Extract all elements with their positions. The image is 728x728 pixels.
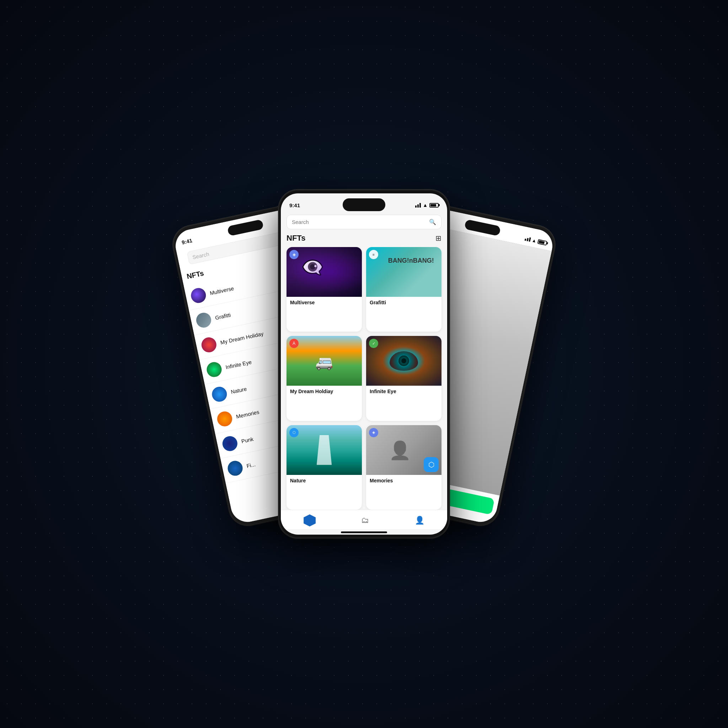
- svg-rect-10: [473, 341, 506, 352]
- nft-card-nature[interactable]: ⬡ Nature: [286, 425, 362, 510]
- badge-eth-multiverse: ◈: [289, 250, 298, 259]
- home-indicator: [341, 531, 387, 533]
- nft-card-memories[interactable]: ◈ ⬡ Memories: [366, 425, 442, 510]
- nft-image-dream: A: [286, 336, 362, 386]
- nft-image-grafitti: ≡: [366, 247, 442, 297]
- nft-name-nature: Nature: [230, 385, 248, 395]
- nft-name-eye: Infinite Eye: [225, 359, 252, 370]
- center-screen-content: 9:41 ▲: [281, 193, 447, 535]
- nft-image-eye: ✓: [366, 336, 442, 386]
- nav-folder[interactable]: 🗂: [361, 516, 369, 525]
- nft-card-eye[interactable]: ✓ Infinite Eye: [366, 336, 442, 421]
- avatar-nature: [210, 385, 228, 403]
- signal-bar-c2: [418, 204, 419, 208]
- center-status-icons: ▲: [415, 202, 439, 208]
- center-signal-bars: [415, 203, 421, 208]
- center-nfts-header: NFTs ⊞: [281, 234, 447, 247]
- left-search-placeholder: Search: [192, 251, 210, 260]
- svg-line-14: [474, 326, 493, 336]
- nft-label-eye: Infinite Eye: [366, 386, 442, 397]
- r-signal-3: [529, 237, 531, 242]
- badge-blue-nature: ⬡: [289, 428, 298, 437]
- svg-point-11: [483, 324, 502, 344]
- center-battery-fill: [430, 204, 436, 206]
- nft-name-dream: My Dream Holiday: [220, 330, 264, 345]
- avatar-fire: [226, 459, 244, 477]
- avatar-memories: [216, 410, 234, 428]
- nft-image-nature: ⬡: [286, 425, 362, 475]
- nav-profile[interactable]: 👤: [415, 516, 424, 525]
- nft-name-fire: Fi...: [246, 461, 256, 469]
- center-search-bar[interactable]: 🔍: [286, 215, 442, 229]
- center-search-input[interactable]: [292, 219, 426, 225]
- nft-name-multiverse: Multiverse: [210, 285, 234, 296]
- center-search-icon: 🔍: [429, 219, 436, 225]
- nft-label-dream: My Dream Holdiay: [286, 386, 362, 397]
- avatar-multiverse: [190, 286, 207, 304]
- profile-icon: 👤: [415, 516, 424, 525]
- center-status-time: 9:41: [289, 202, 300, 208]
- nft-image-memories: ◈ ⬡: [366, 425, 442, 475]
- nav-home[interactable]: [304, 514, 316, 526]
- badge-lines-grafitti: ≡: [369, 250, 378, 259]
- avatar-punk: [221, 435, 239, 453]
- svg-line-13: [492, 327, 512, 341]
- signal-bar-c3: [419, 203, 421, 208]
- r-signal-1: [525, 239, 526, 241]
- svg-line-8: [475, 272, 497, 344]
- right-signal-bars: [525, 236, 531, 242]
- center-battery-icon: [430, 203, 439, 208]
- nft-name-grafitti: Grafitti: [215, 311, 231, 321]
- right-battery-icon: [537, 239, 548, 245]
- r-signal-2: [527, 238, 529, 242]
- center-nfts-title: NFTs: [286, 234, 305, 243]
- nft-card-multiverse[interactable]: ◈ Multiverse: [286, 247, 362, 332]
- nft-name-punk: Punk: [241, 436, 254, 444]
- grid-toggle-button[interactable]: ⊞: [436, 234, 442, 242]
- eye-outer-circle: [390, 351, 418, 371]
- nft-label-memories: Memories: [366, 475, 442, 486]
- avatar-dream: [200, 336, 218, 354]
- avatar-eye: [205, 361, 223, 379]
- nft-card-grafitti[interactable]: ≡ Grafitti: [366, 247, 442, 332]
- right-battery-fill: [538, 240, 544, 244]
- nft-name-memories: Memories: [236, 409, 260, 419]
- avatar-grafitti: [195, 311, 213, 329]
- home-hex-icon: [304, 514, 316, 526]
- center-phone: 9:41 ▲: [279, 190, 449, 538]
- nft-image-multiverse: ◈: [286, 247, 362, 297]
- nft-label-grafitti: Grafitti: [366, 297, 442, 308]
- nft-card-dream[interactable]: A My Dream Holdiay: [286, 336, 362, 421]
- right-status-icons: ▲: [524, 236, 548, 246]
- svg-point-12: [487, 318, 501, 332]
- bottom-navigation: 🗂 👤: [281, 510, 447, 529]
- nft-grid: ◈ Multiverse ≡ Grafitti: [281, 247, 447, 510]
- left-status-time: 9:41: [181, 237, 193, 245]
- nft-label-multiverse: Multiverse: [286, 297, 362, 308]
- folder-icon: 🗂: [361, 516, 369, 525]
- memories-hex-badge: ⬡: [424, 457, 439, 472]
- svg-line-4: [454, 273, 473, 349]
- signal-bar-c1: [415, 205, 417, 208]
- badge-eth-memories: ◈: [369, 428, 378, 437]
- right-wifi-icon: ▲: [531, 237, 537, 243]
- svg-line-9: [504, 278, 531, 352]
- center-phone-screen: 9:41 ▲: [281, 193, 447, 535]
- nft-label-nature: Nature: [286, 475, 362, 486]
- center-wifi-icon: ▲: [423, 202, 428, 208]
- dynamic-island-center: [343, 198, 385, 211]
